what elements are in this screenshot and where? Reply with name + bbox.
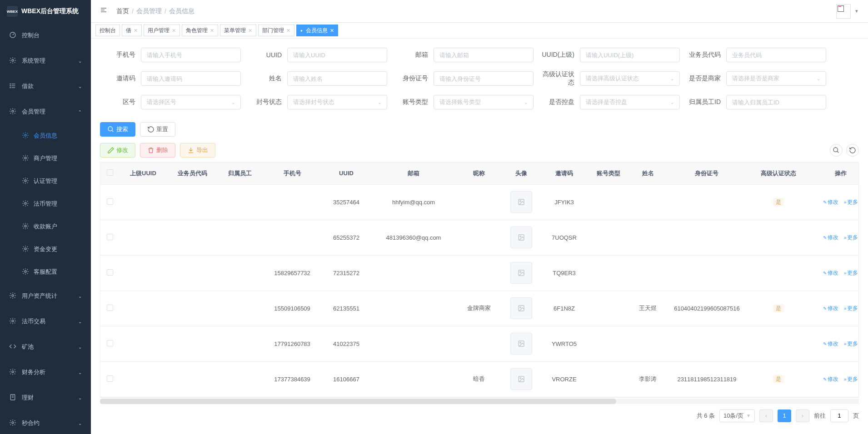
logo-icon: WBEX — [7, 6, 18, 17]
app-logo[interactable]: WBEX WBEX后台管理系统 — [0, 0, 91, 23]
row-checkbox[interactable] — [107, 305, 113, 311]
sidebar-item[interactable]: 理财⌄ — [0, 385, 91, 410]
table-header: 操作 — [808, 163, 859, 184]
cell-nickname — [457, 184, 501, 220]
cell-phone: 15829657732 — [262, 255, 323, 291]
row-more-link[interactable]: 更多 — [844, 270, 858, 276]
cell-parent-uuid — [120, 255, 167, 291]
归属员工ID-input[interactable] — [726, 95, 826, 109]
edit-button[interactable]: 修改 — [100, 143, 135, 158]
row-checkbox[interactable] — [107, 269, 113, 276]
reset-button[interactable]: 重置 — [140, 122, 175, 137]
UUID-input[interactable] — [287, 48, 387, 62]
close-icon[interactable]: ✕ — [330, 28, 334, 34]
export-button[interactable]: 导出 — [180, 143, 215, 158]
row-checkbox[interactable] — [107, 340, 113, 346]
tab[interactable]: 借✕ — [122, 25, 142, 36]
search-button[interactable]: 搜索 — [100, 122, 135, 137]
page-size-select[interactable]: 10条/页 ▼ — [719, 409, 755, 422]
tab-label: 菜单管理 — [224, 27, 246, 35]
sidebar-item[interactable]: 矿池⌄ — [0, 334, 91, 360]
是否控盘-select[interactable]: 请选择是否控盘⌄ — [580, 95, 680, 109]
form-item: UUID — [246, 48, 387, 62]
status-badge: 是 — [773, 304, 784, 312]
邀请码-input[interactable] — [141, 71, 241, 86]
delete-button[interactable]: 删除 — [140, 143, 175, 158]
tab[interactable]: 角色管理✕ — [182, 25, 218, 36]
table-refresh-button[interactable] — [846, 144, 859, 157]
table-header: 昵称 — [457, 163, 501, 184]
row-edit-link[interactable]: 修改 — [823, 199, 838, 205]
close-icon[interactable]: ✕ — [210, 28, 214, 34]
cell-uuid: 35257464 — [323, 184, 370, 220]
tab[interactable]: 控制台 — [95, 25, 120, 36]
cell-name — [630, 255, 665, 291]
tab-label: 部门管理 — [262, 27, 284, 35]
身份证号-input[interactable] — [434, 71, 534, 86]
sidebar-item[interactable]: 会员管理⌄ — [0, 99, 91, 124]
user-dropdown-caret-icon[interactable]: ▼ — [854, 9, 859, 14]
row-checkbox[interactable] — [107, 198, 113, 205]
select-all-checkbox[interactable] — [107, 169, 113, 176]
menu-toggle-icon[interactable] — [100, 6, 107, 16]
sidebar-item[interactable]: 控制台 — [0, 23, 91, 48]
sidebar-subitem[interactable]: 商户管理 — [0, 147, 91, 170]
row-more-link[interactable]: 更多 — [844, 340, 858, 347]
goto-page-input[interactable] — [830, 409, 848, 422]
row-more-link[interactable]: 更多 — [844, 234, 858, 241]
手机号-input[interactable] — [141, 48, 241, 62]
row-edit-link[interactable]: 修改 — [823, 340, 838, 347]
tab[interactable]: 部门管理✕ — [258, 25, 294, 36]
close-icon[interactable]: ✕ — [248, 28, 252, 34]
sidebar-subitem[interactable]: 收款账户 — [0, 215, 91, 238]
sidebar-item[interactable]: 用户资产统计⌄ — [0, 283, 91, 309]
sidebar-subitem[interactable]: 会员信息 — [0, 124, 91, 147]
next-page-button[interactable]: › — [796, 409, 809, 422]
breadcrumb-home[interactable]: 首页 — [116, 7, 129, 15]
row-edit-link[interactable]: 修改 — [823, 270, 838, 276]
sidebar-subitem[interactable]: 认证管理 — [0, 170, 91, 192]
UUID(上级)-input[interactable] — [580, 48, 680, 62]
邮箱-input[interactable] — [434, 48, 534, 62]
sidebar-item[interactable]: 借款⌄ — [0, 74, 91, 99]
封号状态-select[interactable]: 请选择封号状态⌄ — [287, 95, 387, 109]
close-icon[interactable]: ✕ — [134, 28, 138, 34]
row-edit-link[interactable]: 修改 — [823, 234, 838, 241]
chevron-down-icon: ⌄ — [78, 395, 82, 400]
table-search-toggle[interactable] — [830, 144, 843, 157]
delete-icon — [147, 147, 155, 154]
close-icon[interactable]: ✕ — [172, 28, 176, 34]
row-checkbox[interactable] — [107, 375, 113, 382]
row-edit-link[interactable]: 修改 — [823, 305, 838, 311]
业务员代码-input[interactable] — [726, 48, 826, 62]
sidebar-item[interactable]: 法币交易⌄ — [0, 309, 91, 334]
是否是商家-select[interactable]: 请选择是否是商家⌄ — [726, 71, 826, 86]
breadcrumb-parent[interactable]: 会员管理 — [136, 7, 162, 15]
sidebar-item[interactable]: 系统管理⌄ — [0, 48, 91, 74]
cell-acct-type — [587, 184, 630, 220]
prev-page-button[interactable]: ‹ — [759, 409, 773, 422]
tab[interactable]: 用户管理✕ — [144, 25, 180, 36]
账号类型-select[interactable]: 请选择账号类型⌄ — [434, 95, 534, 109]
close-icon[interactable]: ✕ — [286, 28, 290, 34]
row-more-link[interactable]: 更多 — [844, 376, 858, 382]
tab[interactable]: 菜单管理✕ — [220, 25, 256, 36]
sidebar-item[interactable]: 秒合约⌄ — [0, 410, 91, 434]
姓名-input[interactable] — [287, 71, 387, 86]
row-more-link[interactable]: 更多 — [844, 199, 858, 205]
row-checkbox[interactable] — [107, 234, 113, 240]
sidebar-subitem[interactable]: 客服配置 — [0, 261, 91, 283]
sidebar-item[interactable]: 财务分析⌄ — [0, 360, 91, 385]
tab[interactable]: 会员信息✕ — [296, 25, 338, 36]
gear-icon — [22, 245, 29, 254]
区号-select[interactable]: 请选择区号⌄ — [141, 95, 241, 109]
sidebar-subitem[interactable]: 资金变更 — [0, 238, 91, 261]
horizontal-scrollbar[interactable] — [100, 399, 859, 404]
user-avatar[interactable] — [836, 4, 851, 19]
row-more-link[interactable]: 更多 — [844, 305, 858, 311]
reset-button-label: 重置 — [156, 125, 168, 133]
row-edit-link[interactable]: 修改 — [823, 376, 838, 382]
page-number-button[interactable]: 1 — [778, 409, 791, 422]
高级认证状态-select[interactable]: 请选择高级认证状态⌄ — [580, 71, 680, 86]
sidebar-subitem[interactable]: 法币管理 — [0, 192, 91, 215]
